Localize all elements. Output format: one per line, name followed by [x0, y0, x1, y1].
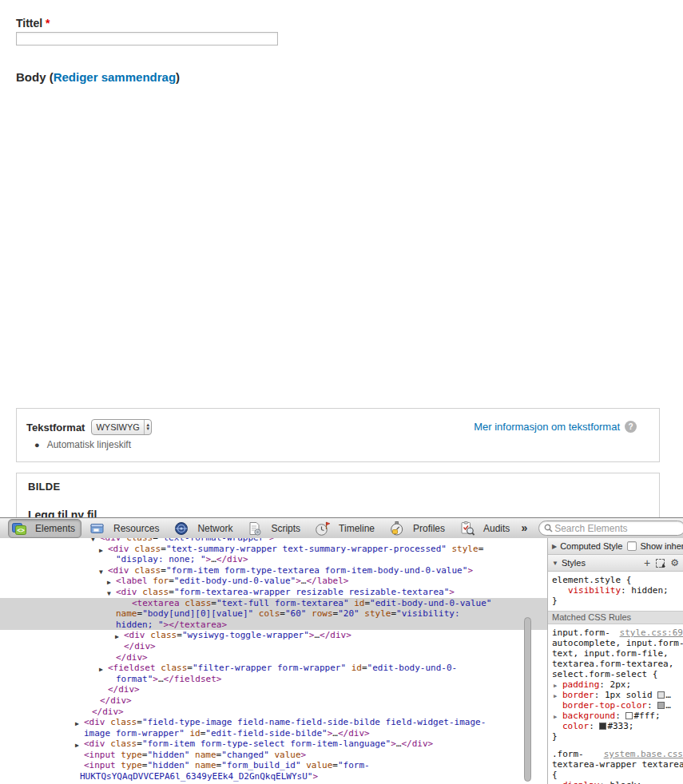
tab-label: Resources — [113, 523, 159, 534]
dom-tree-line[interactable]: HUKTQsYQAqDVVCEPA6l_6349yEEk4_D2GnQkqELW… — [0, 771, 547, 782]
tittel-label-text: Tittel — [16, 17, 42, 30]
element-state-icon[interactable] — [656, 559, 665, 568]
element-style-block[interactable]: element.style { visibility: hidden; } — [548, 572, 683, 611]
dom-tree-line[interactable]: <input type="hidden" name="form_build_id… — [0, 760, 547, 771]
tab-network[interactable]: Network — [170, 519, 239, 538]
rule-selector-line: text, input.form-file, — [552, 648, 683, 659]
dom-tree-line[interactable]: ▼<div class="form-item form-type-textare… — [0, 565, 547, 576]
dom-tree-line[interactable]: ▶<div class="form-item form-type-select … — [0, 738, 547, 750]
tekstformat-label: Tekstformat — [26, 422, 85, 434]
stylesheet-link[interactable]: system.base.css — [604, 749, 683, 759]
dom-tree-line[interactable]: ▶<label for="edit-body-und-0-value">…</l… — [0, 576, 547, 587]
body-label: Body (Rediger sammendrag) — [16, 70, 180, 84]
dom-tree-line[interactable]: </div> — [0, 641, 547, 652]
rule-selector-line: { — [552, 770, 683, 780]
profiles-icon — [389, 521, 409, 537]
help-icon[interactable]: ? — [625, 421, 637, 433]
tab-audits[interactable]: Audits — [456, 519, 516, 538]
computed-style-section-header[interactable]: ▶ Computed Style Show inherited — [548, 538, 683, 555]
dom-tree-line[interactable]: </div> — [0, 684, 547, 695]
elements-tree: ▼<div class="text-format-wrapper">▶<div … — [0, 538, 547, 784]
new-style-rule-icon[interactable]: + — [644, 559, 650, 567]
format-select-value: WYSIWYG — [92, 422, 143, 432]
bullet-icon: ● — [34, 440, 40, 449]
resources-icon — [89, 521, 109, 537]
tab-label: Elements — [35, 523, 75, 534]
gear-icon[interactable]: ⚙ — [670, 559, 679, 567]
dom-tree-line[interactable]: ▶<fieldset class="filter-wrapper form-wr… — [0, 663, 547, 674]
rediger-sammendrag-link[interactable]: Rediger sammendrag — [54, 70, 176, 84]
tab-label: Scripts — [271, 523, 300, 534]
dom-tree-line[interactable]: </div> — [0, 695, 547, 707]
timeline-icon — [315, 521, 335, 537]
bilde-legend: BILDE — [28, 481, 61, 493]
tab-label: Profiles — [413, 523, 445, 534]
required-asterisk: * — [46, 17, 50, 30]
dom-tree-line[interactable]: </div> — [0, 707, 547, 718]
matched-css-rules-header: Matched CSS Rules — [548, 611, 683, 624]
rule-selector-line: textarea-wrapper textarea — [552, 759, 683, 770]
tree-scrollbar-thumb[interactable] — [524, 617, 531, 782]
css-property[interactable]: ▶border: 1px solid … — [552, 690, 683, 700]
color-swatch — [657, 691, 665, 699]
show-inherited-label: Show inherited — [640, 541, 683, 551]
dom-tree-line[interactable]: format">…</fieldset> — [0, 674, 547, 685]
tab-scripts[interactable]: Scripts — [244, 519, 307, 538]
dom-tree-line[interactable]: <textarea class="text-full form-textarea… — [0, 598, 547, 609]
format-select[interactable]: WYSIWYG ▲▼ — [91, 419, 152, 435]
css-property[interactable]: display: block; — [552, 780, 683, 784]
svg-text:<>: <> — [17, 527, 25, 534]
tab-label: Network — [197, 523, 232, 534]
element-style-selector: element.style { — [552, 575, 683, 585]
toolbar-overflow-icon[interactable]: » — [521, 521, 538, 536]
network-icon — [173, 521, 193, 537]
scripts-icon — [247, 521, 267, 537]
tittel-input[interactable] — [16, 32, 278, 46]
search-box[interactable] — [538, 521, 683, 536]
dom-tree-line[interactable]: ▶<div class="field-type-image field-name… — [0, 717, 547, 728]
more-info-link[interactable]: Mer informasjon om tekstformat — [474, 421, 620, 433]
css-rule[interactable]: system.base.css.form-textarea-wrapper te… — [548, 746, 683, 784]
styles-sidebar: ▶ Computed Style Show inherited ▼ Styles… — [547, 538, 683, 784]
search-input[interactable] — [553, 522, 680, 535]
dom-tree-line[interactable]: ▶<div class="text-summary-wrapper text-s… — [0, 544, 547, 555]
dom-tree-line[interactable]: hidden; "></textarea> — [0, 620, 547, 631]
dom-tree-line[interactable]: ▶<div class="wysiwyg-toggle-wrapper">…</… — [0, 630, 547, 641]
css-property[interactable]: border-top-color: … — [552, 700, 683, 711]
audits-icon — [459, 521, 479, 537]
css-property[interactable]: ▶padding: 2px; — [552, 679, 683, 690]
dom-tree-line[interactable]: name="body[und][0][value]" cols="60" row… — [0, 608, 547, 620]
dom-tree-line[interactable]: <input type="hidden" name="changed" valu… — [0, 750, 547, 761]
tab-elements[interactable]: <>Elements — [8, 519, 81, 538]
color-swatch — [625, 712, 633, 719]
body-label-close: ) — [176, 70, 180, 84]
tab-resources[interactable]: Resources — [86, 519, 165, 538]
stylesheet-link[interactable]: style.css:69 — [620, 628, 683, 638]
css-property[interactable]: color: #333; — [552, 721, 683, 731]
tab-label: Audits — [483, 523, 510, 534]
select-stepper-icon: ▲▼ — [144, 420, 152, 434]
css-rule[interactable]: style.css:69input.form-autocomplete, inp… — [548, 624, 683, 746]
dom-tree-line[interactable]: </div> — [0, 652, 547, 663]
search-icon — [544, 524, 553, 533]
css-property[interactable]: visibility: hidden; — [552, 585, 683, 596]
dom-tree-line[interactable]: "display: none; ">…</div> — [0, 554, 547, 565]
element-style-close: } — [552, 596, 683, 606]
dom-tree-line[interactable]: ▼<div class="text-format-wrapper"> — [0, 538, 547, 544]
styles-section-header[interactable]: ▼ Styles + ⚙ — [548, 555, 683, 572]
dom-tree-line[interactable]: image form-wrapper" id="edit-field-side-… — [0, 728, 547, 739]
devtools-panel: <>ElementsResourcesNetworkScriptsTimelin… — [0, 517, 683, 784]
tab-profiles[interactable]: Profiles — [386, 519, 451, 538]
tittel-label: Tittel * — [16, 17, 50, 30]
format-tips: ● Automatisk linjeskift — [26, 439, 131, 450]
css-property[interactable]: ▶background: #fff; — [552, 711, 683, 721]
show-inherited-checkbox[interactable] — [627, 541, 637, 551]
tab-timeline[interactable]: Timeline — [312, 519, 381, 538]
format-tip-text: Automatisk linjeskift — [47, 439, 131, 450]
rule-selector-line: select.form-select { — [552, 669, 683, 679]
dom-tree-line[interactable]: ▼<div class="form-textarea-wrapper resiz… — [0, 587, 547, 598]
tekstformat-fieldset: Tekstformat WYSIWYG ▲▼ Mer informasjon o… — [16, 408, 660, 462]
elements-icon: <> — [11, 521, 31, 537]
rule-selector-line: textarea.form-textarea, — [552, 659, 683, 669]
body-label-open: Body ( — [16, 70, 54, 84]
